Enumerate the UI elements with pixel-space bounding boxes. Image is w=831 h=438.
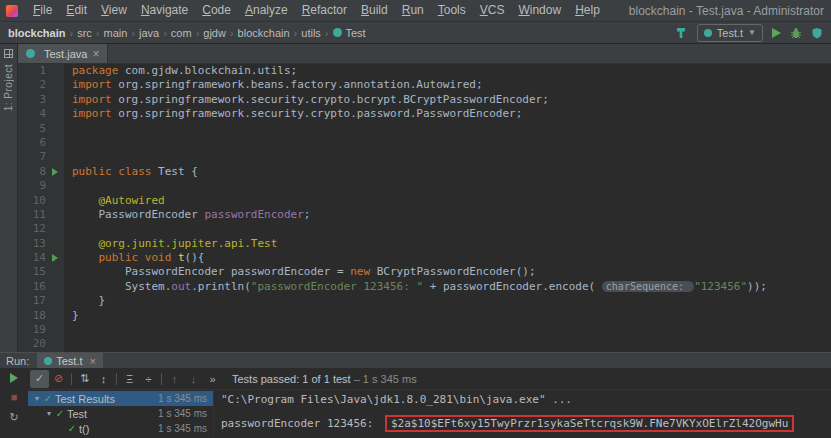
build-hammer-icon[interactable] (675, 26, 688, 39)
test-class-icon (333, 28, 342, 37)
gutter-slot (46, 323, 64, 337)
code-line: 18} (18, 309, 831, 323)
previous-failed-button[interactable]: ↑ (165, 370, 184, 388)
gutter: 3 (18, 93, 64, 107)
breadcrumb-item[interactable]: utils (301, 27, 321, 39)
test-class-icon (44, 357, 52, 365)
code-line: 2import org.springframework.beans.factor… (18, 78, 831, 92)
run-panel-body: ■↻ ✓⊘⇅↕Ξ÷↑↓» Tests passed: 1 of 1 test –… (0, 368, 831, 437)
test-tree-row[interactable]: ▾✓Test1 s 345 ms (28, 406, 213, 421)
sidebar-item-project[interactable]: 1: Project (3, 64, 14, 111)
test-class-icon (26, 49, 35, 58)
debug-button[interactable] (790, 27, 802, 39)
code-text: } (64, 309, 79, 323)
test-history-button[interactable]: ↻ (9, 412, 18, 423)
token-fld: passwordEncoder (204, 208, 303, 221)
line-number: 13 (18, 237, 46, 251)
run-test-icon[interactable] (52, 168, 58, 176)
gutter-slot (46, 194, 64, 208)
test-tree-row[interactable]: ✓t()1 s 345 ms (28, 421, 213, 436)
breadcrumb-separator: › (96, 27, 100, 39)
editor-tab-bar: Test.java × (18, 44, 831, 64)
menu-vcs[interactable]: VCS (473, 0, 512, 21)
breadcrumb-separator: › (163, 27, 167, 39)
breadcrumb-item[interactable]: blockchain (238, 27, 290, 39)
code-text (64, 136, 72, 150)
gutter: 20 (18, 337, 64, 351)
chevron-down-icon[interactable]: ▾ (32, 394, 42, 403)
menu-tools[interactable]: Tools (431, 0, 473, 21)
menu-navigate[interactable]: Navigate (134, 0, 195, 21)
breadcrumb-item[interactable]: main (103, 27, 127, 39)
token-txt: + passwordEncoder.encode( (423, 280, 602, 293)
close-icon[interactable]: × (90, 355, 96, 367)
show-passed-button[interactable]: ✓ (30, 370, 49, 388)
console[interactable]: "C:\Program Files\Java\jdk1.8.0_281\bin\… (214, 390, 831, 437)
menu-run[interactable]: Run (395, 0, 431, 21)
menu-view[interactable]: View (94, 0, 134, 21)
code-text: public void t(){ (64, 251, 204, 265)
chevron-down-icon[interactable]: ▾ (44, 409, 54, 418)
token-mth: t (178, 251, 185, 264)
token-kw: import (72, 93, 118, 106)
token-txt: } (72, 309, 79, 322)
breadcrumb-separator: › (196, 27, 200, 39)
token-hint: charSequence: (602, 281, 694, 292)
rerun-button[interactable] (10, 373, 18, 383)
code-text (64, 150, 72, 164)
tab-test-java[interactable]: Test.java × (18, 44, 108, 63)
breadcrumb-item[interactable]: com (171, 27, 192, 39)
gutter: 15 (18, 265, 64, 279)
code-line: 12 (18, 222, 831, 236)
test-status-text: Tests passed: 1 of 1 test (232, 373, 351, 385)
run-left-toolbar: ■↻ (0, 368, 28, 437)
run-config-selector[interactable]: Test.t ▼ (697, 24, 763, 42)
nav-actions: Test.t ▼ (675, 24, 823, 42)
stop-button[interactable]: ■ (11, 392, 18, 403)
menu-code[interactable]: Code (195, 0, 238, 21)
test-tree-row[interactable]: ▾✓Test Results1 s 345 ms (28, 391, 213, 406)
line-number: 11 (18, 208, 46, 222)
menu-help[interactable]: Help (568, 0, 607, 21)
breadcrumb-item[interactable]: Test (333, 27, 366, 39)
token-ann: @Autowired (72, 194, 165, 207)
line-number: 15 (18, 265, 46, 279)
run-tab-test-t[interactable]: Test.t × (37, 353, 103, 368)
run-test-icon[interactable] (52, 254, 58, 262)
breadcrumb: blockchain›src›main›java›com›gjdw›blockc… (8, 27, 366, 39)
test-duration: 1 s 345 ms (158, 408, 207, 419)
more-options-button[interactable]: » (203, 370, 222, 388)
code-line: 3import org.springframework.security.cry… (18, 93, 831, 107)
toolbar-divider (161, 373, 162, 385)
breadcrumb-item[interactable]: blockchain (8, 27, 65, 39)
gutter: 5 (18, 122, 64, 136)
run-button[interactable] (772, 28, 781, 38)
code-text: import org.springframework.security.cryp… (64, 107, 522, 121)
menu-file[interactable]: File (26, 0, 59, 21)
show-ignored-button[interactable]: ⊘ (49, 370, 68, 388)
coverage-button[interactable] (811, 27, 823, 39)
sort-alphabetically-button[interactable]: ⇅ (75, 370, 94, 388)
gutter-slot (46, 237, 64, 251)
code-area[interactable]: 1package com.gjdw.blockchain.utils;2impo… (18, 64, 831, 352)
menu-window[interactable]: Window (511, 0, 568, 21)
close-icon[interactable]: × (92, 48, 99, 60)
menu-edit[interactable]: Edit (59, 0, 94, 21)
menu-build[interactable]: Build (354, 0, 395, 21)
next-failed-button[interactable]: ↓ (184, 370, 203, 388)
gutter-slot (46, 309, 64, 323)
menu-refactor[interactable]: Refactor (295, 0, 354, 21)
sort-by-duration-button[interactable]: ↕ (94, 370, 113, 388)
project-tool-icon[interactable] (4, 49, 13, 58)
breadcrumb-separator: › (69, 27, 73, 39)
breadcrumb-item[interactable]: src (77, 27, 92, 39)
menu-analyze[interactable]: Analyze (238, 0, 295, 21)
expand-all-button[interactable]: Ξ (120, 370, 139, 388)
line-number: 14 (18, 251, 46, 265)
breadcrumb-item[interactable]: gjdw (203, 27, 226, 39)
code-line: 19 (18, 323, 831, 337)
collapse-all-button[interactable]: ÷ (139, 370, 158, 388)
line-number: 17 (18, 294, 46, 308)
code-text (64, 179, 72, 193)
breadcrumb-item[interactable]: java (139, 27, 159, 39)
